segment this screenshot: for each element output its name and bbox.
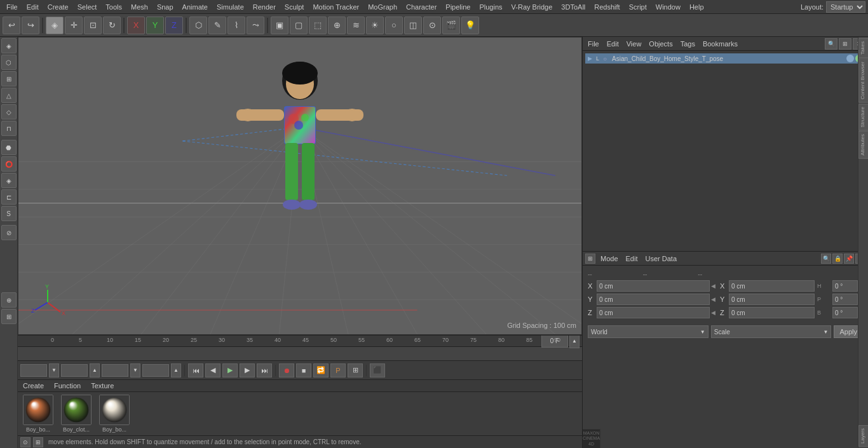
- coord-x-input[interactable]: [597, 280, 710, 292]
- menu-mesh[interactable]: Mesh: [127, 2, 152, 12]
- coord-y2-input[interactable]: [729, 294, 815, 305]
- coord-h-input[interactable]: [832, 280, 858, 292]
- lt-mode-13[interactable]: ⊕: [1, 292, 17, 308]
- rotate-tool-button[interactable]: ↻: [103, 17, 121, 34]
- scale-tool-button[interactable]: ⊡: [84, 17, 102, 34]
- viewport[interactable]: View Cameras Display Filter Panel ⊕ ↗ ⊡ …: [18, 37, 582, 335]
- menu-plugins[interactable]: Plugins: [475, 2, 506, 12]
- play-btn[interactable]: ▶: [222, 363, 238, 377]
- lt-mode-4[interactable]: △: [1, 88, 17, 103]
- fb-menu-edit[interactable]: Edit: [604, 39, 621, 48]
- z-axis-button[interactable]: Z: [165, 17, 183, 34]
- lt-mode-6[interactable]: ⊓: [1, 121, 17, 136]
- menu-mograph[interactable]: MoGraph: [364, 2, 401, 12]
- coord-x2-input[interactable]: [729, 280, 815, 292]
- menu-edit[interactable]: Edit: [23, 2, 43, 12]
- lt-mode-3[interactable]: ⊞: [1, 71, 17, 86]
- object-btn[interactable]: ⬡: [189, 17, 207, 34]
- object-tree-item-0[interactable]: ▶ L ○ Asian_Child_Boy_Home_Style_T_pose: [585, 53, 865, 64]
- sphere-btn[interactable]: ○: [385, 17, 403, 34]
- frame-cur-up[interactable]: ▲: [90, 363, 100, 377]
- fb-menu-bookmarks[interactable]: Bookmarks: [700, 39, 740, 48]
- lt-mode-12[interactable]: ⊘: [1, 225, 17, 240]
- menu-redshift[interactable]: Redshift: [590, 2, 623, 12]
- key-grid-btn[interactable]: ⊞: [348, 363, 363, 377]
- tab-layers[interactable]: Layers: [858, 425, 869, 447]
- poly-btn[interactable]: ✎: [208, 17, 226, 34]
- lt-mode-7[interactable]: ⬣: [1, 140, 17, 155]
- menu-animate[interactable]: Animate: [179, 2, 212, 12]
- tab-takes[interactable]: Takes: [858, 38, 869, 58]
- frame-start-btn[interactable]: ▼: [49, 363, 59, 377]
- select-tool-button[interactable]: ◈: [46, 17, 64, 34]
- add-anim-btn[interactable]: ⊕: [328, 17, 346, 34]
- world-dropdown[interactable]: World ▼: [588, 325, 709, 338]
- lt-mode-5[interactable]: ◇: [1, 104, 17, 119]
- loop-btn[interactable]: 🔁: [313, 363, 329, 377]
- deformer-btn[interactable]: ⤳: [247, 17, 264, 34]
- material-item-2[interactable]: Boy_bo...: [97, 395, 132, 433]
- step-fwd-btn[interactable]: ▶: [240, 363, 255, 377]
- coord-z2-input[interactable]: [729, 307, 815, 318]
- light-btn[interactable]: ☀: [366, 17, 384, 34]
- lt-mode-1[interactable]: ◈: [1, 38, 17, 53]
- coord-b-input[interactable]: [832, 307, 858, 318]
- cam-btn[interactable]: ⊙: [423, 17, 441, 34]
- attr-icon-search[interactable]: 🔍: [821, 254, 831, 264]
- render-view-btn[interactable]: ▢: [290, 17, 308, 34]
- menu-file[interactable]: File: [3, 2, 22, 12]
- fb-menu-view[interactable]: View: [624, 39, 644, 48]
- mat-menu-create[interactable]: Create: [20, 381, 46, 390]
- y-axis-button[interactable]: Y: [146, 17, 164, 34]
- redo-button[interactable]: ↪: [22, 17, 39, 34]
- menu-sculpt[interactable]: Sculpt: [281, 2, 308, 12]
- menu-help[interactable]: Help: [686, 2, 708, 12]
- material-item-1[interactable]: Boy_clot...: [58, 395, 94, 433]
- frame-end-btn[interactable]: ▼: [130, 363, 140, 377]
- step-back-btn[interactable]: ◀: [205, 363, 220, 377]
- mat-menu-function[interactable]: Function: [51, 381, 83, 390]
- lt-mode-11[interactable]: S: [1, 206, 17, 221]
- fb-menu-file[interactable]: File: [585, 39, 602, 48]
- menu-script[interactable]: Script: [625, 2, 651, 12]
- menu-tools[interactable]: Tools: [102, 2, 126, 12]
- fb-menu-objects[interactable]: Objects: [646, 39, 675, 48]
- timeline-mode-btn[interactable]: ⬛: [370, 363, 385, 377]
- lt-mode-2[interactable]: ⬡: [1, 55, 17, 70]
- coord-z-input[interactable]: [597, 307, 710, 318]
- menu-select[interactable]: Select: [74, 2, 101, 12]
- spline-btn[interactable]: ⌇: [227, 17, 245, 34]
- tab-attributes[interactable]: Attributes: [858, 131, 869, 159]
- material-item-0[interactable]: Boy_bo...: [20, 395, 56, 433]
- attr-menu-edit[interactable]: Edit: [623, 254, 641, 263]
- end-frame-input2[interactable]: 90 F: [142, 364, 169, 377]
- attr-menu-userdata[interactable]: User Data: [643, 254, 680, 263]
- current-frame-input[interactable]: 0 F: [61, 364, 88, 377]
- coord-y-input[interactable]: [597, 294, 710, 305]
- hair-btn[interactable]: ≋: [347, 17, 365, 34]
- attr-icon-pin[interactable]: 📌: [844, 254, 854, 264]
- coord-p-input[interactable]: [832, 294, 858, 305]
- fb-search-btn[interactable]: 🔍: [825, 38, 837, 50]
- timeline-ruler[interactable]: 0 5 10 15 20 25 30 35 40 45 50 55 60 65 …: [18, 336, 582, 347]
- menu-3dtoall[interactable]: 3DToAll: [557, 2, 589, 12]
- menu-motion-tracker[interactable]: Motion Tracker: [309, 2, 363, 12]
- render2-btn[interactable]: 🎬: [442, 17, 460, 34]
- fb-menu-tags[interactable]: Tags: [678, 39, 698, 48]
- menu-create[interactable]: Create: [44, 2, 72, 12]
- autokey-btn[interactable]: P: [330, 363, 346, 377]
- menu-render[interactable]: Render: [249, 2, 280, 12]
- menu-simulate[interactable]: Simulate: [213, 2, 248, 12]
- start-frame-input[interactable]: 0 F: [20, 364, 47, 377]
- lt-mode-8[interactable]: ⭕: [1, 156, 17, 172]
- frame-end2-btn[interactable]: ▲: [171, 363, 181, 377]
- end-frame-input[interactable]: 90 F: [102, 364, 128, 377]
- undo-button[interactable]: ↩: [3, 17, 20, 34]
- scale-dropdown[interactable]: Scale ▼: [711, 325, 832, 338]
- status-icon-1[interactable]: ⊙: [20, 437, 31, 447]
- menu-character[interactable]: Character: [402, 2, 440, 12]
- status-icon-2[interactable]: ⊞: [33, 437, 43, 447]
- timeline-track[interactable]: [18, 347, 582, 360]
- x-axis-button[interactable]: X: [127, 17, 145, 34]
- go-last-btn[interactable]: ⏭: [257, 363, 272, 377]
